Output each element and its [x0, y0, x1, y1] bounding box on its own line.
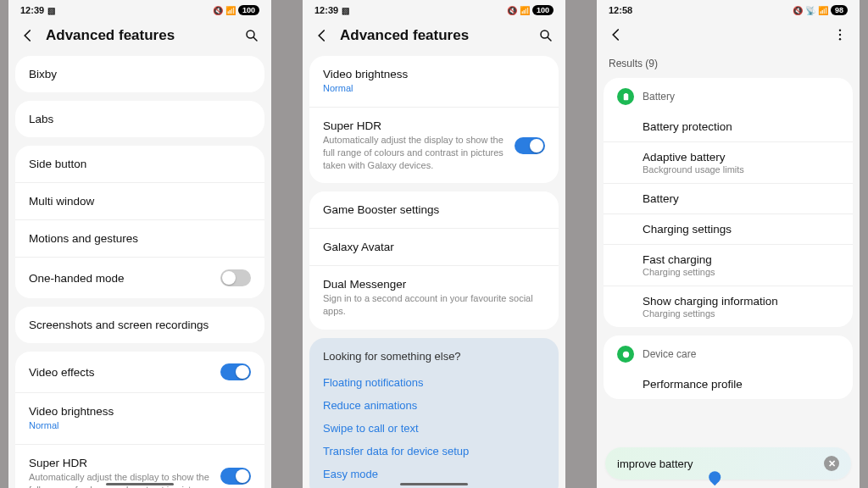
settings-row[interactable]: Super HDRAutomatically adjust the displa… [15, 445, 264, 488]
header [597, 19, 860, 54]
back-icon[interactable] [20, 28, 36, 43]
row-title: Multi window [29, 195, 251, 208]
wifi-icon: 📡 [805, 6, 815, 15]
result-title: Performance profile [643, 378, 839, 391]
page-title: Advanced features [46, 27, 234, 44]
suggestion-link[interactable]: Floating notifications [323, 371, 545, 394]
settings-card: Bixby [15, 56, 264, 92]
result-item[interactable]: Battery protection [604, 112, 853, 142]
battery-level: 100 [532, 5, 554, 15]
results-list[interactable]: Battery Battery protection Adaptive batt… [597, 78, 860, 488]
suggestion-link[interactable]: Easy mode [323, 463, 545, 485]
header: Advanced features [303, 19, 565, 56]
status-bar: 12:39 ▧ 🔇 📶 100 [303, 0, 565, 19]
row-subtitle: Automatically adjust the display to show… [323, 134, 506, 172]
settings-card: Video brightnessNormal Super HDRAutomati… [309, 56, 559, 183]
settings-row[interactable]: Video brightnessNormal [15, 393, 264, 445]
settings-list[interactable]: Bixby Labs Side button Multi window Moti… [8, 56, 271, 488]
mute-icon: 🔇 [793, 6, 803, 15]
suggestions-title: Looking for something else? [323, 350, 545, 363]
result-item[interactable]: Battery [604, 184, 853, 214]
more-icon[interactable] [832, 27, 848, 42]
screenshot-icon: ▧ [47, 6, 55, 15]
settings-list[interactable]: Video brightnessNormal Super HDRAutomati… [303, 56, 565, 488]
devicecare-icon [617, 346, 634, 363]
settings-row[interactable]: Dual MessengerSign in to a second accoun… [309, 266, 559, 330]
toggle-switch[interactable] [515, 137, 545, 154]
header: Advanced features [8, 19, 271, 56]
search-input[interactable]: improve battery ✕ [605, 447, 851, 480]
battery-icon [617, 88, 634, 105]
suggestion-link[interactable]: Transfer data for device setup [323, 440, 545, 463]
settings-row[interactable]: Bixby [15, 56, 264, 92]
result-sub: Charging settings [643, 308, 839, 319]
result-title: Fast charging [643, 253, 839, 266]
status-bar: 12:39 ▧ 🔇 📶 100 [8, 0, 271, 19]
settings-card: Video effects Video brightnessNormal Sup… [15, 352, 264, 488]
search-icon[interactable] [538, 28, 554, 43]
settings-row[interactable]: Motions and gestures [15, 220, 264, 258]
result-sub: Background usage limits [643, 164, 839, 175]
mute-icon: 🔇 [507, 6, 517, 15]
svg-rect-5 [623, 93, 628, 99]
settings-row[interactable]: Screenshots and screen recordings [15, 307, 264, 343]
row-title: Game Booster settings [323, 203, 545, 216]
result-item[interactable]: Show charging information Charging setti… [604, 286, 853, 327]
section-name: Battery [643, 91, 675, 103]
status-time: 12:39 [314, 5, 338, 15]
suggestion-link[interactable]: Reduce animations [323, 394, 545, 417]
svg-point-3 [839, 34, 841, 36]
result-item[interactable]: Charging settings [604, 214, 853, 245]
suggestion-link[interactable]: Swipe to call or text [323, 417, 545, 440]
row-title: Dual Messenger [323, 278, 545, 291]
svg-point-7 [622, 351, 628, 357]
result-sub: Charging settings [643, 267, 839, 277]
toggle-switch[interactable] [220, 363, 251, 380]
svg-point-2 [839, 30, 841, 31]
row-title: Super HDR [29, 457, 212, 469]
phone-screen-2: 12:39 ▧ 🔇 📶 100 Advanced features Video … [303, 0, 565, 488]
row-subtitle: Normal [323, 82, 545, 95]
settings-row[interactable]: Side button [15, 146, 264, 183]
row-subtitle: Sign in to a second account in your favo… [323, 292, 545, 318]
nav-indicator [106, 483, 174, 485]
result-title: Battery protection [643, 120, 839, 133]
result-item[interactable]: Fast charging Charging settings [604, 245, 853, 286]
settings-row[interactable]: One-handed mode [15, 258, 264, 298]
phone-screen-1: 12:39 ▧ 🔇 📶 100 Advanced features Bixby … [8, 0, 271, 488]
back-icon[interactable] [314, 28, 330, 43]
toggle-switch[interactable] [220, 269, 251, 286]
settings-card: Side button Multi window Motions and ges… [15, 146, 264, 298]
search-icon[interactable] [244, 28, 259, 43]
settings-row[interactable]: Multi window [15, 183, 264, 220]
svg-point-0 [247, 30, 254, 38]
clear-icon[interactable]: ✕ [824, 456, 839, 471]
svg-point-1 [541, 30, 548, 38]
row-title: Motions and gestures [29, 232, 251, 245]
battery-level: 98 [831, 5, 848, 15]
settings-card: Labs [15, 101, 264, 137]
row-title: Side button [29, 158, 251, 170]
settings-row[interactable]: Labs [15, 101, 264, 137]
results-section: Battery Battery protection Adaptive batt… [604, 78, 853, 327]
search-value: improve battery [617, 458, 693, 470]
row-subtitle: Normal [29, 419, 251, 432]
row-title: Galaxy Avatar [323, 241, 545, 253]
settings-row[interactable]: Game Booster settings [309, 191, 559, 229]
mute-icon: 🔇 [213, 6, 223, 15]
row-title: Super HDR [323, 119, 506, 132]
back-icon[interactable] [609, 27, 624, 42]
settings-row[interactable]: Super HDRAutomatically adjust the displa… [309, 108, 559, 184]
result-item[interactable]: Adaptive battery Background usage limits [604, 142, 853, 184]
toggle-switch[interactable] [220, 468, 251, 485]
row-title: Video brightness [29, 405, 251, 418]
settings-row[interactable]: Galaxy Avatar [309, 229, 559, 266]
result-item[interactable]: Performance profile [604, 369, 853, 399]
result-title: Adaptive battery [643, 151, 839, 164]
settings-row[interactable]: Video brightnessNormal [309, 56, 559, 108]
battery-level: 100 [238, 5, 259, 15]
section-header: Device care [604, 336, 853, 369]
suggestions-card: Looking for something else? Floating not… [309, 338, 559, 488]
nav-indicator [400, 483, 468, 485]
settings-row[interactable]: Video effects [15, 352, 264, 393]
